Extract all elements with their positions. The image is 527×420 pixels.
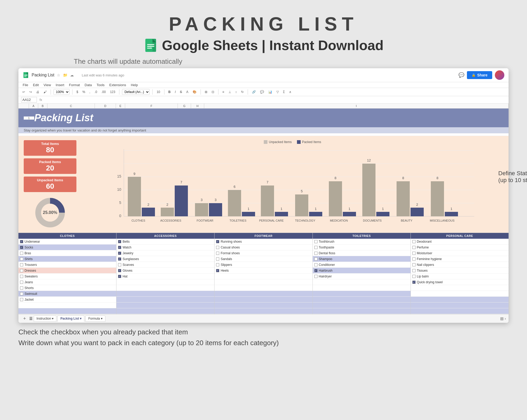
toolbar-dollar[interactable]: $	[75, 90, 80, 94]
toolbar-rotate[interactable]: ↻	[240, 90, 245, 94]
cell-reference[interactable]: AA12	[21, 97, 37, 102]
tissues-checkbox[interactable]	[412, 269, 416, 272]
toolbar-filter[interactable]: ▽	[275, 90, 280, 94]
toolbar-strikethrough[interactable]: S	[179, 90, 183, 94]
svg-text:FOOTWEAR: FOOTWEAR	[197, 219, 213, 222]
toolbar-font-size[interactable]: 10	[155, 90, 161, 94]
jeans-checkbox[interactable]	[20, 281, 23, 284]
menu-format[interactable]: Format	[69, 83, 80, 87]
hairdryer-checkbox[interactable]	[314, 275, 318, 278]
chat-icon[interactable]: 💬	[458, 72, 464, 78]
toolbar-print[interactable]: 🖨	[35, 90, 41, 94]
toolbar-chart[interactable]: 📊	[267, 90, 274, 94]
feminine-checkbox[interactable]	[412, 257, 416, 261]
formal-checkbox[interactable]	[216, 252, 219, 255]
toothpaste-checkbox[interactable]	[314, 246, 318, 249]
toolbar-paint-format[interactable]: 🖌	[42, 90, 48, 94]
toolbar-wrap[interactable]: ↕	[234, 90, 238, 94]
gloves-checkbox[interactable]	[118, 269, 121, 272]
font-select[interactable]: Default (Ari...)	[122, 89, 150, 95]
moisturiser-checkbox[interactable]	[412, 252, 416, 255]
menu-tools[interactable]: Tools	[96, 83, 104, 87]
add-sheet-right[interactable]: ⊞	[500, 316, 504, 321]
perfume-checkbox[interactable]	[412, 246, 416, 249]
menu-insert[interactable]: Insert	[56, 83, 64, 87]
col-i-plus: I	[204, 104, 509, 108]
shampoo-checkbox[interactable]	[314, 257, 318, 261]
jacket-checkbox[interactable]	[20, 298, 23, 301]
menu-file[interactable]: File	[23, 83, 28, 87]
toolbar-function[interactable]: Σ	[282, 90, 286, 94]
toothbrush-checkbox[interactable]	[314, 240, 318, 243]
toolbar-fill-color[interactable]: 🎨	[191, 90, 198, 94]
toolbar-undo[interactable]: ↩	[21, 90, 26, 94]
toolbar-dec-dec[interactable]: .0	[93, 90, 99, 94]
belts-checkbox[interactable]	[118, 240, 121, 243]
toolbar-align-h[interactable]: ≡	[221, 90, 226, 94]
nailclippers-checkbox[interactable]	[412, 263, 416, 266]
hat-checkbox[interactable]	[118, 275, 121, 278]
toolbar-dec-inc[interactable]: .00	[100, 90, 107, 94]
shirts-checkbox[interactable]	[20, 257, 23, 261]
hairbrush-checkbox[interactable]	[314, 269, 318, 272]
towel-checkbox[interactable]	[412, 281, 416, 284]
tab-instruction[interactable]: Instruction ▾	[34, 315, 57, 322]
jewelry-checkbox[interactable]	[118, 252, 121, 255]
scarves-checkbox[interactable]	[118, 263, 121, 266]
heels-checkbox[interactable]	[216, 269, 219, 272]
dresses-checkbox[interactable]	[20, 269, 23, 272]
menu-data[interactable]: Data	[85, 83, 92, 87]
toolbar-align-v[interactable]: ⊥	[227, 90, 232, 94]
swimsuit-checkbox[interactable]	[20, 292, 23, 295]
watch-checkbox[interactable]	[118, 246, 121, 249]
sweaters-checkbox[interactable]	[20, 275, 23, 278]
menu-view[interactable]: View	[43, 83, 51, 87]
menu-edit[interactable]: Edit	[33, 83, 39, 87]
underwear-checkbox[interactable]	[20, 240, 23, 243]
tab-formula[interactable]: Formula ▾	[85, 315, 105, 322]
socks-checkbox[interactable]	[20, 246, 23, 249]
bar-tech-unpacked	[295, 194, 308, 216]
nav-sheets[interactable]: ›	[505, 316, 506, 321]
toolbar-borders[interactable]: ⊞	[203, 90, 209, 94]
casual-checkbox[interactable]	[216, 246, 219, 249]
toolbar-redo[interactable]: ↪	[28, 90, 33, 94]
toolbar-comma[interactable]: ,	[88, 90, 91, 94]
toolbar-percent[interactable]: %	[81, 90, 87, 94]
menu-extensions[interactable]: Extensions	[109, 83, 126, 87]
toolbar-collapse[interactable]: ∧	[288, 90, 293, 94]
toolbar-bold[interactable]: B	[167, 90, 172, 94]
star-icon[interactable]: ☆	[57, 73, 60, 77]
slippers-checkbox[interactable]	[216, 263, 219, 266]
toolbar-comment[interactable]: 💬	[259, 90, 265, 94]
trousers-checkbox[interactable]	[20, 263, 23, 266]
menu-help[interactable]: Help	[131, 83, 138, 87]
toil-empty-4	[313, 297, 411, 302]
conditioner-checkbox[interactable]	[314, 263, 318, 266]
col-c: C	[47, 104, 95, 108]
toolbar-italic[interactable]: I	[173, 90, 177, 94]
toolbar-sep-1	[51, 89, 51, 95]
list-sheets-button[interactable]: ☰	[29, 316, 33, 321]
sunglasses-checkbox[interactable]	[118, 257, 121, 261]
formula-input[interactable]	[45, 97, 506, 102]
folder-icon[interactable]: 📁	[63, 73, 67, 77]
pc-empty-2	[411, 291, 509, 297]
bras-checkbox[interactable]	[20, 252, 23, 255]
deodorant-checkbox[interactable]	[412, 240, 416, 243]
shorts-checkbox[interactable]	[20, 286, 23, 290]
svg-text:1: 1	[315, 207, 316, 211]
zoom-select[interactable]: 100%	[53, 89, 70, 95]
toolbar-text-color[interactable]: A	[185, 90, 190, 94]
dental-checkbox[interactable]	[314, 252, 318, 255]
toolbar-link[interactable]: 🔗	[251, 90, 257, 94]
running-checkbox[interactable]	[216, 240, 219, 243]
sandals-checkbox[interactable]	[216, 257, 219, 261]
share-button[interactable]: 🔒 Share	[467, 71, 492, 79]
toolbar-123[interactable]: 123	[109, 90, 116, 94]
lipbalm-checkbox[interactable]	[412, 275, 416, 278]
toolbar-merge[interactable]: ⊡	[210, 90, 216, 94]
tab-packing-list[interactable]: Packing List ▾	[57, 315, 84, 322]
cloud-icon[interactable]: ☁	[70, 73, 74, 77]
add-sheet-button[interactable]: +	[21, 316, 28, 321]
